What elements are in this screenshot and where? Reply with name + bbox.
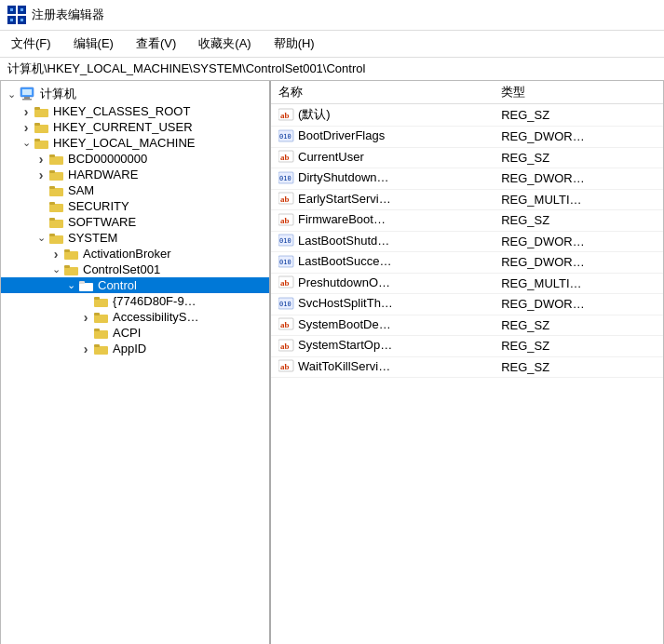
tree-toggle[interactable]: › [34, 168, 47, 181]
svg-rect-33 [64, 265, 70, 268]
menu-item-edit[interactable]: 编辑(E) [66, 33, 121, 55]
table-row[interactable]: 010 LastBootShutd…REG_DWOR… [271, 231, 663, 252]
svg-rect-21 [49, 170, 55, 173]
tree-node-computer[interactable]: ⌄ 计算机 [1, 85, 269, 103]
tree-node-7746d80f[interactable]: {7746D80F-9… [1, 293, 269, 309]
tree-toggle[interactable]: ⌄ [49, 263, 62, 276]
tree-toggle[interactable]: ⌄ [64, 279, 77, 292]
tree-node-activationbroker[interactable]: › ActivationBroker [1, 246, 269, 262]
table-row[interactable]: ab PreshutdownO…REG_MULTI… [271, 273, 663, 294]
tree-node-controlset001[interactable]: ⌄ ControlSet001 [1, 262, 269, 277]
tree-node-label: 计算机 [40, 86, 76, 102]
value-name-text: LastBootSucce… [298, 254, 391, 268]
tree-toggle[interactable]: › [20, 121, 33, 134]
menu-item-view[interactable]: 查看(V) [129, 33, 183, 55]
col-name-header: 名称 [271, 81, 494, 104]
svg-text:ab: ab [280, 342, 290, 351]
table-row[interactable]: ab EarlyStartServi…REG_MULTI… [271, 189, 663, 210]
reg-type-icon: ab [278, 359, 295, 372]
svg-rect-6 [10, 19, 13, 21]
table-row[interactable]: 010 BootDriverFlagsREG_DWOR… [271, 127, 663, 148]
address-path: 计算机\HKEY_LOCAL_MACHINE\SYSTEM\ControlSet… [7, 61, 365, 75]
tree-node-sam[interactable]: SAM [1, 182, 269, 198]
value-name-text: PreshutdownO… [298, 275, 390, 289]
svg-rect-38 [94, 315, 108, 323]
svg-rect-13 [34, 107, 40, 110]
table-row[interactable]: ab CurrentUserREG_SZ [271, 147, 663, 168]
menu-item-favorites[interactable]: 收藏夹(A) [191, 33, 258, 55]
tree-node-accessibilitys[interactable]: › AccessibilityS… [1, 309, 269, 325]
tree-node-hkcu[interactable]: › HKEY_CURRENT_USER [1, 119, 269, 135]
reg-type-icon: ab [278, 275, 295, 288]
tree-toggle[interactable]: ⌄ [5, 87, 18, 101]
svg-text:ab: ab [280, 216, 290, 225]
tree-node-hardware[interactable]: › HARDWARE [1, 167, 269, 182]
tree-node-label: HARDWARE [68, 168, 138, 181]
value-name: 010 BootDriverFlags [271, 127, 494, 148]
value-type: REG_SZ [494, 210, 663, 232]
table-row[interactable]: ab (默认)REG_SZ [271, 104, 663, 127]
tree-node-control[interactable]: ⌄ Control [1, 277, 269, 293]
table-row[interactable]: 010 LastBootSucce…REG_DWOR… [271, 252, 663, 274]
tree-toggle[interactable]: › [79, 311, 92, 324]
title-bar: 注册表编辑器 [0, 0, 664, 31]
tree-pane[interactable]: ⌄ 计算机› HKEY_CLASSES_ROOT› HKEY_CURRENT_U… [1, 81, 271, 644]
value-type: REG_DWOR… [494, 294, 663, 315]
tree-node-appid[interactable]: › AppID [1, 341, 269, 356]
table-row[interactable]: 010 SvcHostSplitTh…REG_DWOR… [271, 294, 663, 315]
table-row[interactable]: ab FirmwareBoot…REG_SZ [271, 210, 663, 232]
tree-toggle[interactable]: › [34, 153, 47, 166]
tree-node-label: HKEY_CURRENT_USER [53, 120, 193, 134]
tree-node-label: HKEY_LOCAL_MACHINE [53, 136, 195, 150]
table-row[interactable]: ab SystemBootDe…REG_SZ [271, 315, 663, 336]
tree-node-software[interactable]: SOFTWARE [1, 214, 269, 230]
tree-toggle[interactable]: ⌄ [20, 137, 33, 150]
menu-item-file[interactable]: 文件(F) [4, 33, 59, 55]
folder-icon [94, 342, 109, 356]
tree-node-hkcr[interactable]: › HKEY_CLASSES_ROOT [1, 103, 269, 119]
tree-node-security[interactable]: SECURITY [1, 198, 269, 214]
table-row[interactable]: 010 DirtyShutdown…REG_DWOR… [271, 168, 663, 190]
tree-node-acpi[interactable]: ACPI [1, 325, 269, 341]
app-icon [7, 6, 26, 24]
tree-toggle[interactable]: › [20, 105, 33, 118]
table-row[interactable]: ab SystemStartOp…REG_SZ [271, 336, 663, 357]
value-name: ab SystemBootDe… [271, 315, 494, 336]
reg-type-icon: 010 [278, 255, 295, 268]
svg-rect-30 [64, 251, 78, 260]
tree-toggle[interactable]: › [49, 248, 62, 261]
value-type: REG_DWOR… [494, 252, 663, 274]
svg-rect-17 [34, 139, 40, 141]
value-name-text: SystemStartOp… [298, 338, 392, 352]
svg-text:ab: ab [280, 111, 290, 120]
menu-item-help[interactable]: 帮助(H) [266, 33, 322, 55]
reg-type-icon: ab [278, 317, 295, 330]
svg-rect-31 [64, 249, 70, 252]
value-name: ab EarlyStartServi… [271, 189, 494, 210]
svg-rect-5 [20, 8, 23, 11]
tree-toggle[interactable]: ⌄ [34, 232, 47, 245]
svg-rect-14 [34, 125, 48, 133]
tree-node-hklm[interactable]: ⌄ HKEY_LOCAL_MACHINE [1, 135, 269, 151]
tree-node-bcd[interactable]: › BCD00000000 [1, 151, 269, 167]
value-type: REG_SZ [494, 356, 663, 378]
svg-text:ab: ab [280, 195, 290, 204]
folder-icon [49, 184, 64, 197]
tree-node-label: SYSTEM [68, 231, 117, 245]
value-name: ab WaitToKillServi… [271, 356, 494, 378]
svg-rect-16 [34, 141, 48, 149]
value-type: REG_MULTI… [494, 273, 663, 294]
svg-rect-19 [49, 154, 55, 157]
svg-text:ab: ab [280, 362, 290, 371]
values-pane[interactable]: 名称 类型 ab (默认)REG_SZ 010 BootDriverFlagsR… [271, 81, 663, 644]
svg-rect-39 [94, 313, 100, 315]
value-name-text: SvcHostSplitTh… [298, 296, 393, 310]
folder-icon [20, 87, 36, 101]
table-row[interactable]: ab WaitToKillServi…REG_SZ [271, 356, 663, 378]
col-type-header: 类型 [494, 81, 663, 104]
folder-icon [49, 153, 64, 166]
tree-toggle[interactable]: › [79, 342, 92, 356]
value-name: 010 SvcHostSplitTh… [271, 294, 494, 315]
tree-node-system[interactable]: ⌄ SYSTEM [1, 230, 269, 246]
value-name-text: EarlyStartServi… [298, 192, 391, 206]
